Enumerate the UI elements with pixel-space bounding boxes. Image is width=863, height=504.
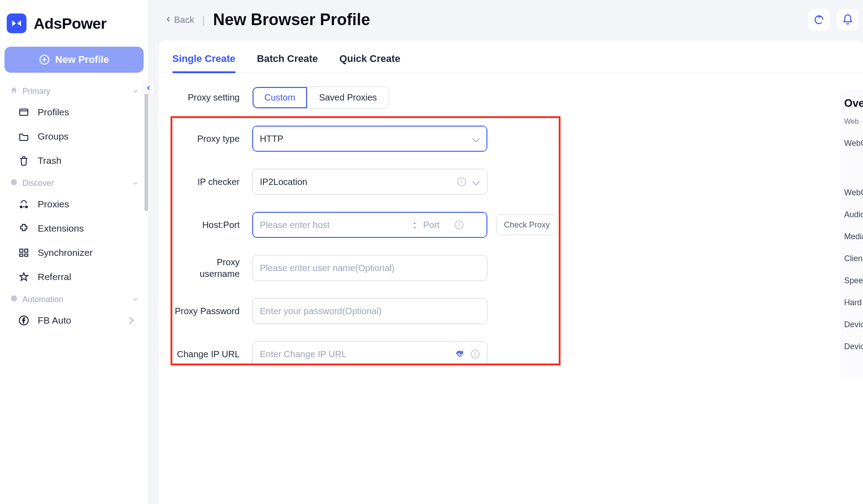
automation-section-icon [10,294,18,305]
info-icon: ! [455,220,464,229]
sidebar-item-label: FB Auto [38,315,71,326]
section-discover-header[interactable]: Discover [0,173,148,192]
chevron-down-icon [473,135,480,142]
page-title: New Browser Profile [213,10,370,29]
sidebar-collapse-button[interactable] [143,82,154,94]
overview-title: Ove [844,97,863,110]
plus-circle-icon [39,54,50,65]
tab-label: Batch Create [257,53,318,64]
svg-rect-12 [25,254,28,256]
sidebar-item-synchronizer[interactable]: Synchronizer [0,241,148,265]
proxy-type-select[interactable]: HTTP [252,126,487,152]
tab-label: Single Create [172,53,236,64]
svg-rect-11 [20,254,23,256]
back-link[interactable]: Back [165,15,194,25]
folder-icon [18,131,30,142]
sidebar-scrollbar[interactable] [145,90,148,211]
label-host-port: Host:Port [172,220,252,230]
sidebar-item-label: Profiles [38,107,69,118]
facebook-icon [18,315,30,326]
overview-item: Audio [844,210,863,219]
tab-batch-create[interactable]: Batch Create [257,49,318,73]
sync-icon [18,247,30,259]
label-proxy-setting: Proxy setting [172,92,252,103]
proxies-icon [18,198,30,210]
proxy-password-input[interactable] [260,306,480,316]
sidebar-item-referral[interactable]: Referral [0,265,148,289]
brand: AdsPower [0,0,148,42]
form-area: Proxy setting Custom Saved Proxies Proxy… [159,73,863,504]
tab-label: Quick Create [339,53,400,64]
label-proxy-password: Proxy Password [172,306,252,316]
new-profile-button[interactable]: New Profile [4,47,144,73]
notifications-button[interactable] [837,9,859,31]
profiles-icon [18,106,30,118]
sync-button[interactable] [808,9,830,31]
section-discover-label: Discover [22,179,54,188]
proxy-type-value: HTTP [260,134,473,144]
overview-item: WebGL meta ta [844,138,863,149]
section-primary-header[interactable]: Primary [0,81,148,100]
host-port-colon: : [410,220,420,230]
sidebar-item-label: Extensions [38,223,84,234]
tab-quick-create[interactable]: Quick Create [339,49,400,73]
sidebar-item-fb-auto[interactable]: FB Auto [0,308,148,333]
row-ip-checker: IP checker IP2Location ! [172,169,850,195]
seg-label: Custom [264,92,295,102]
proxy-setting-custom-button[interactable]: Custom [253,87,307,108]
info-icon: ! [457,177,466,186]
chevron-down-icon [133,87,138,96]
section-automation-header[interactable]: Automation [0,289,148,308]
chevron-left-icon [165,15,171,25]
label-proxy-type: Proxy type [172,134,252,144]
sidebar-item-extensions[interactable]: Extensions [0,216,148,241]
overview-item: Web [844,118,863,126]
sidebar-item-label: Synchronizer [38,247,93,258]
row-proxy-setting: Proxy setting Custom Saved Proxies [172,87,850,109]
section-primary-label: Primary [22,87,50,96]
row-change-ip-url: Change IP URL ! [172,341,850,367]
chevron-left-icon [146,85,151,91]
proxy-setting-saved-button[interactable]: Saved Proxies [307,87,389,108]
row-host-port: Host:Port : ! Check Proxy [172,212,850,238]
brand-name: AdsPower [34,15,106,32]
new-profile-label: New Profile [55,54,109,66]
sidebar-item-profiles[interactable]: Profiles [0,100,148,124]
check-proxy-button[interactable]: Check Proxy [496,215,557,235]
chevron-down-icon [473,178,480,185]
host-port-group: : ! [252,212,487,238]
proxy-username-input[interactable] [260,263,480,273]
overview-item: Hard [844,298,863,307]
host-input[interactable] [260,220,403,230]
sidebar-item-label: Referral [38,272,71,282]
svg-rect-3 [20,109,28,115]
tabs: Single Create Batch Create Quick Create [159,40,863,73]
port-input[interactable] [423,220,450,230]
row-proxy-password: Proxy Password [172,298,850,324]
sidebar-item-groups[interactable]: Groups [0,124,148,149]
sidebar-item-proxies[interactable]: Proxies [0,192,148,216]
sidebar-item-label: Groups [38,131,69,142]
content-card: Single Create Batch Create Quick Create … [159,40,863,504]
sidebar-item-label: Proxies [38,199,69,210]
label-ip-checker: IP checker [172,177,252,187]
proxy-username-wrapper [252,255,487,281]
extensions-icon [18,223,30,234]
info-icon: ! [471,350,480,359]
sidebar-item-trash[interactable]: Trash [0,149,148,173]
chevron-down-icon [133,295,138,304]
divider: | [202,13,205,26]
trash-icon [18,155,30,167]
check-proxy-label: Check Proxy [504,220,550,229]
main: Back | New Browser Profile Single Create [157,0,863,504]
change-ip-url-input[interactable] [260,349,455,359]
topbar: Back | New Browser Profile [157,0,863,35]
ip-checker-select[interactable]: IP2Location ! [252,169,487,195]
svg-rect-10 [25,249,28,252]
overview-item: WebG [844,188,863,197]
overview-item: Devic [844,342,863,351]
tab-single-create[interactable]: Single Create [172,49,236,73]
overview-item: Media device [844,232,863,241]
svg-rect-9 [20,249,23,252]
refresh-icon[interactable] [455,349,464,359]
